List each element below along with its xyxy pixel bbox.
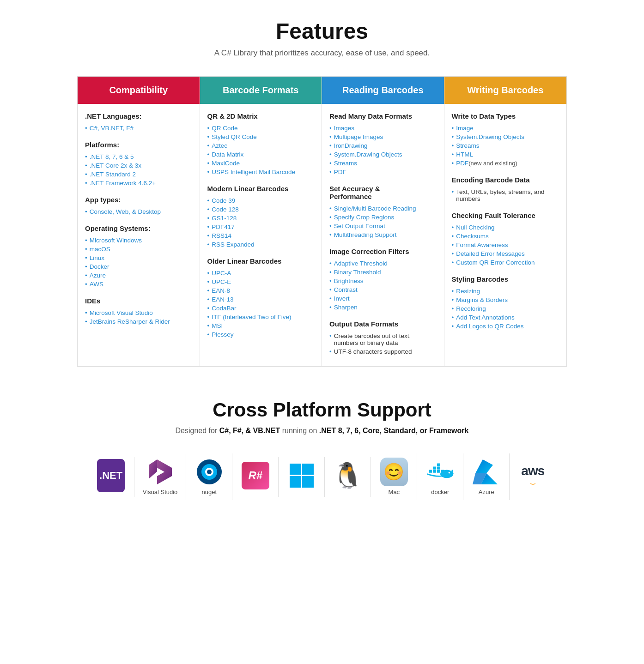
list-item: Single/Multi Barcode Reading bbox=[329, 204, 437, 213]
list-item: Streams bbox=[329, 159, 437, 168]
list-item: JetBrains ReSharper & Rider bbox=[85, 317, 192, 326]
logo-docker: docker bbox=[417, 453, 463, 500]
list-item: ITF (Interleaved Two of Five) bbox=[207, 313, 315, 321]
azure-icon bbox=[473, 458, 500, 486]
list-item: C#, VB.NET, F# bbox=[85, 124, 192, 133]
list-item: Invert bbox=[329, 294, 437, 303]
visualstudio-icon bbox=[146, 458, 174, 486]
col-body-reading-barcodes: Read Many Data Formats Images Multipage … bbox=[322, 104, 444, 366]
heading-styling: Styling Barcodes bbox=[452, 275, 559, 283]
svg-rect-7 bbox=[429, 470, 432, 473]
list-item: System.Drawing Objects bbox=[452, 133, 559, 141]
list-item: Checksums bbox=[452, 232, 559, 241]
list-item: RSS14 bbox=[207, 231, 315, 240]
col-writing-barcodes: Writing Barcodes Write to Data Types Ima… bbox=[444, 77, 567, 366]
list-item: Null Checking bbox=[452, 223, 559, 232]
list-item: MSI bbox=[207, 321, 315, 330]
list-item: Azure bbox=[85, 271, 192, 280]
aws-smile-icon: ⌣ bbox=[530, 478, 536, 488]
rider-icon: R# bbox=[242, 462, 269, 489]
list-item: Specify Crop Regions bbox=[329, 213, 437, 222]
mac-box: 😊 bbox=[380, 458, 408, 486]
logo-nuget: nuget bbox=[186, 453, 232, 500]
list-item: PDF (new and existing) bbox=[452, 159, 559, 168]
pdf-note: (new and existing) bbox=[468, 160, 517, 167]
azure-label: Azure bbox=[479, 489, 494, 495]
svg-marker-16 bbox=[475, 459, 493, 473]
win-pane-br bbox=[302, 476, 314, 488]
list-item: UPC-E bbox=[207, 278, 315, 286]
list-item: Format Awareness bbox=[452, 241, 559, 249]
list-item: Multipage Images bbox=[329, 133, 437, 141]
list-item: PDF417 bbox=[207, 223, 315, 231]
rider-box: R# bbox=[242, 462, 269, 489]
cross-subtitle-bold1: C#, F#, & VB.NET bbox=[219, 427, 280, 435]
heading-platforms: Platforms: bbox=[85, 141, 192, 149]
svg-rect-8 bbox=[433, 470, 436, 473]
heading-accuracy: Set Accuracy &Performance bbox=[329, 185, 437, 200]
logos-row: .NET bbox=[77, 453, 567, 500]
linux-penguin: 🐧 bbox=[332, 461, 363, 490]
col-body-barcode-formats: QR & 2D Matrix QR Code Styled QR Code Az… bbox=[200, 104, 322, 366]
nuget-icon bbox=[195, 458, 223, 486]
docker-icon bbox=[426, 458, 454, 486]
heading-modern-linear: Modern Linear Barcodes bbox=[207, 185, 315, 193]
list-item: Resizing bbox=[452, 287, 559, 296]
list-item: USPS Intelligent Mail Barcode bbox=[207, 168, 315, 176]
win-pane-bl bbox=[290, 476, 301, 488]
aws-icon: aws ⌣ bbox=[519, 462, 547, 489]
cross-title: Cross Platform Support bbox=[77, 399, 567, 421]
heading-ides: IDEs bbox=[85, 297, 192, 305]
col-body-writing-barcodes: Write to Data Types Image System.Drawing… bbox=[444, 104, 567, 366]
list-item: .NET Standard 2 bbox=[85, 170, 192, 179]
col-header-reading-barcodes: Reading Barcodes bbox=[322, 77, 444, 104]
heading-older-linear: Older Linear Barcodes bbox=[207, 257, 315, 265]
heading-encoding: Encoding Barcode Data bbox=[452, 176, 559, 184]
heading-fault-tolerance: Checking Fault Tolerance bbox=[452, 211, 559, 219]
list-item: Contrast bbox=[329, 285, 437, 294]
mac-label: Mac bbox=[389, 489, 400, 495]
list-item: Code 39 bbox=[207, 196, 315, 205]
heading-net-languages: .NET Languages: bbox=[85, 112, 192, 120]
win-pane-tl bbox=[290, 464, 301, 475]
docker-label: docker bbox=[431, 489, 449, 495]
dotnet-icon: .NET bbox=[97, 462, 125, 489]
list-item: Detailed Error Messages bbox=[452, 249, 559, 258]
list-item: MaxiCode bbox=[207, 159, 315, 168]
logo-dotnet: .NET bbox=[88, 457, 134, 497]
list-item: Image bbox=[452, 124, 559, 133]
list-item: Add Text Annotations bbox=[452, 313, 559, 322]
list-item: PDF bbox=[329, 168, 437, 176]
list-item: Binary Threshold bbox=[329, 268, 437, 277]
svg-point-15 bbox=[448, 472, 450, 474]
windows-grid bbox=[290, 464, 314, 488]
list-item: Add Logos to QR Codes bbox=[452, 322, 559, 331]
cross-subtitle-pre: Designed for bbox=[176, 427, 219, 435]
mac-icon: 😊 bbox=[380, 458, 408, 486]
list-item: Linux bbox=[85, 254, 192, 262]
cross-platform-section: Cross Platform Support Designed for C#, … bbox=[77, 399, 567, 500]
list-item: Aztec bbox=[207, 141, 315, 150]
col-reading-barcodes: Reading Barcodes Read Many Data Formats … bbox=[322, 77, 444, 366]
features-grid: Compatibility .NET Languages: C#, VB.NET… bbox=[77, 76, 567, 367]
logo-windows bbox=[279, 457, 325, 497]
list-item: .NET 8, 7, 6 & 5 bbox=[85, 152, 192, 161]
svg-rect-9 bbox=[437, 470, 440, 473]
col-body-compatibility: .NET Languages: C#, VB.NET, F# Platforms… bbox=[78, 104, 200, 366]
list-item: QR Code bbox=[207, 124, 315, 133]
list-item: Console, Web, & Desktop bbox=[85, 207, 192, 216]
nuget-label: nuget bbox=[202, 489, 217, 495]
list-item: Microsoft Windows bbox=[85, 236, 192, 245]
logo-linux: 🐧 bbox=[325, 457, 371, 497]
list-item: Brightness bbox=[329, 277, 437, 285]
list-item: Custom QR Error Correction bbox=[452, 258, 559, 267]
windows-icon bbox=[288, 462, 316, 489]
list-item: Code 128 bbox=[207, 205, 315, 214]
list-item: CodaBar bbox=[207, 304, 315, 313]
logo-mac: 😊 Mac bbox=[371, 453, 417, 500]
list-item: Styled QR Code bbox=[207, 133, 315, 141]
aws-text: aws bbox=[521, 464, 544, 478]
cross-subtitle-mid: running on bbox=[280, 427, 319, 435]
list-item: Margins & Borders bbox=[452, 296, 559, 304]
heading-image-filters: Image Correction Filters bbox=[329, 247, 437, 255]
